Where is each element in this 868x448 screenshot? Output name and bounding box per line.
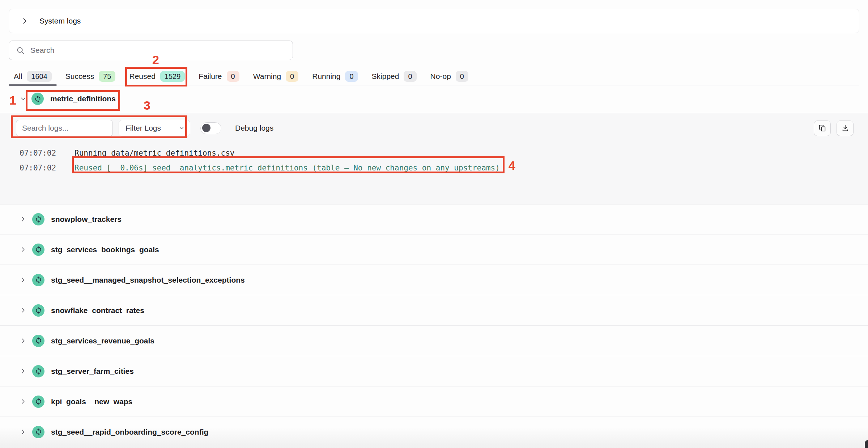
model-name-label: stg_seed__managed_snapshot_selection_exc… xyxy=(51,276,245,284)
tab-label: Skipped xyxy=(372,72,399,81)
log-panel: Filter Logs Debug logs 07:07:02 Running … xyxy=(0,113,868,204)
log-output: 07:07:02 Running data/metric_definitions… xyxy=(16,146,854,176)
debug-logs-label: Debug logs xyxy=(235,124,273,132)
seed-sync-icon xyxy=(32,244,44,256)
filter-logs-label: Filter Logs xyxy=(125,124,161,132)
model-name-label: stg_services_bookings_goals xyxy=(51,245,159,254)
seed-sync-icon xyxy=(31,93,44,105)
model-name-label: snowplow_trackers xyxy=(51,215,122,224)
tab-label: Warning xyxy=(253,72,281,81)
tab-count-badge: 0 xyxy=(345,71,358,82)
seed-sync-icon xyxy=(32,304,44,317)
model-row[interactable]: stg_seed__rapid_onboarding_score_config xyxy=(0,417,868,447)
seed-sync-icon xyxy=(32,274,44,286)
chevron-right-icon[interactable] xyxy=(20,337,26,344)
status-tab[interactable]: Success 75 xyxy=(65,67,116,85)
tab-label: All xyxy=(14,72,22,81)
model-name-label: stg_seed__rapid_onboarding_score_config xyxy=(51,428,208,436)
system-logs-header[interactable]: System logs xyxy=(9,9,859,33)
chevron-right-icon[interactable] xyxy=(20,276,26,283)
tab-count-badge: 0 xyxy=(227,71,239,82)
status-tab[interactable]: No-op 0 xyxy=(430,67,468,85)
model-row[interactable]: kpi_goals__new_waps xyxy=(0,386,868,417)
toggle-knob xyxy=(202,124,210,132)
model-name-label: stg_server_farm_cities xyxy=(51,367,134,376)
chevron-right-icon[interactable] xyxy=(20,398,26,405)
tab-count-badge: 0 xyxy=(456,71,468,82)
status-tab[interactable]: All 1604 xyxy=(14,67,52,85)
debug-logs-toggle[interactable] xyxy=(200,122,221,134)
global-search-bar[interactable] xyxy=(9,41,293,60)
model-name-label: kpi_goals__new_waps xyxy=(51,397,132,406)
tab-label: Reused xyxy=(129,72,155,81)
tab-label: Success xyxy=(65,72,94,81)
download-logs-button[interactable] xyxy=(837,121,854,136)
log-controls-row: Filter Logs Debug logs xyxy=(16,120,854,136)
copy-logs-button[interactable] xyxy=(814,121,831,136)
log-search-input[interactable] xyxy=(16,120,113,136)
chevron-down-icon xyxy=(178,125,185,131)
tab-count-badge: 0 xyxy=(286,71,298,82)
log-line: 07:07:02 Reused [ 0.06s] seed analytics.… xyxy=(20,161,854,176)
corner-artifact xyxy=(865,440,868,448)
seed-sync-icon xyxy=(32,365,44,377)
tab-label: No-op xyxy=(430,72,451,81)
chevron-right-icon[interactable] xyxy=(20,216,26,223)
tab-count-badge: 0 xyxy=(404,71,416,82)
chevron-right-icon[interactable] xyxy=(20,246,26,253)
chevron-right-icon[interactable] xyxy=(20,368,26,375)
model-row[interactable]: stg_server_farm_cities xyxy=(0,356,868,386)
chevron-right-icon[interactable] xyxy=(20,428,26,435)
chevron-right-icon[interactable] xyxy=(21,17,29,25)
status-tab[interactable]: Running 0 xyxy=(312,67,358,85)
expanded-model-name: metric_definitions xyxy=(50,94,116,103)
log-message: Reused [ 0.06s] seed analytics.metric_de… xyxy=(75,161,500,176)
copy-icon xyxy=(818,124,826,132)
search-icon xyxy=(16,46,25,55)
filter-logs-dropdown[interactable]: Filter Logs xyxy=(119,120,190,136)
tab-label: Failure xyxy=(199,72,222,81)
model-row[interactable]: snowplow_trackers xyxy=(0,204,868,234)
model-list: snowplow_trackers stg_services_bookings_… xyxy=(0,204,868,447)
model-name-label: snowflake_contract_rates xyxy=(51,306,144,315)
log-timestamp: 07:07:02 xyxy=(20,161,56,176)
seed-sync-icon xyxy=(32,426,44,438)
status-tab[interactable]: Reused 1529 xyxy=(129,67,185,85)
status-tab[interactable]: Warning 0 xyxy=(253,67,299,85)
download-icon xyxy=(841,124,849,132)
log-message: Running data/metric_definitions.csv xyxy=(75,146,235,161)
status-tab[interactable]: Failure 0 xyxy=(199,67,239,85)
status-tab[interactable]: Skipped 0 xyxy=(372,67,417,85)
seed-sync-icon xyxy=(32,213,44,225)
status-tabs-bar: All 1604 Success 75 Reused 1529 Failure … xyxy=(9,67,859,85)
seed-sync-icon xyxy=(32,396,44,408)
tab-count-badge: 1529 xyxy=(160,71,185,82)
search-input[interactable] xyxy=(30,46,293,55)
tab-label: Running xyxy=(312,72,340,81)
seed-sync-icon xyxy=(32,335,44,347)
model-row[interactable]: stg_services_revenue_goals xyxy=(0,326,868,356)
model-row[interactable]: snowflake_contract_rates xyxy=(0,295,868,326)
chevron-down-icon[interactable] xyxy=(20,95,27,102)
log-line: 07:07:02 Running data/metric_definitions… xyxy=(20,146,854,161)
tab-count-badge: 1604 xyxy=(27,71,52,82)
model-row[interactable]: stg_services_bookings_goals xyxy=(0,234,868,265)
page-title: System logs xyxy=(39,17,81,25)
model-row[interactable]: stg_seed__managed_snapshot_selection_exc… xyxy=(0,265,868,295)
model-name-label: stg_services_revenue_goals xyxy=(51,337,154,345)
expanded-model-row[interactable]: metric_definitions xyxy=(0,88,868,109)
chevron-right-icon[interactable] xyxy=(20,307,26,314)
log-timestamp: 07:07:02 xyxy=(20,146,56,161)
tab-count-badge: 75 xyxy=(99,71,115,82)
